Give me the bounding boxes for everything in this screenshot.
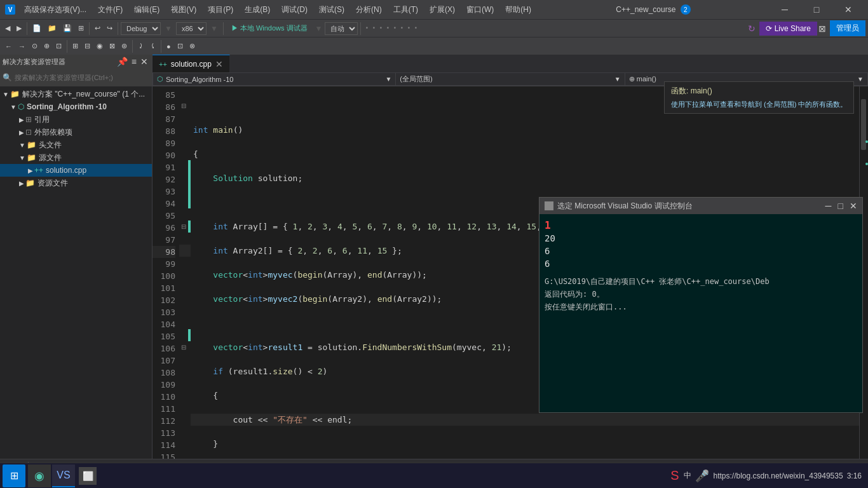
forward-button[interactable]: ▶	[14, 23, 24, 34]
menu-analyze[interactable]: 分析(N)	[351, 3, 387, 17]
console-maximize-button[interactable]: □	[838, 201, 843, 211]
manage-button[interactable]: 管理员	[830, 20, 865, 36]
toolbar2-btn6[interactable]: ⊞	[70, 41, 81, 51]
sidebar-menu-button[interactable]: ≡	[130, 57, 138, 67]
tree-item-solution[interactable]: ▼ 📁 解决方案 "C++_new_course" (1 个...	[0, 88, 152, 100]
ref-icon: ⊞	[25, 115, 32, 124]
project-label: Sorting_Algorithm -10	[27, 102, 107, 111]
menu-view[interactable]: 视图(V)	[166, 3, 201, 17]
toolbar2-btn11[interactable]: ⤸	[135, 41, 146, 51]
scope-nav-bar[interactable]: (全局范围) ▼	[396, 72, 625, 86]
toolbar2-btn9[interactable]: ⊠	[107, 41, 118, 51]
toolbar2-btn12[interactable]: ⤹	[147, 41, 158, 51]
live-share-button[interactable]: ⟳ Live Share	[759, 22, 817, 36]
headers-label: 头文件	[39, 140, 62, 151]
cpp-file-icon: ++	[34, 166, 43, 175]
taskbar-ime[interactable]: 中	[684, 470, 691, 481]
title-bar: V 高级保存选项(V)... 文件(F) 编辑(E) 视图(V) 项目(P) 生…	[0, 0, 868, 19]
menu-project[interactable]: 项目(P)	[203, 3, 238, 17]
taskbar-item-1[interactable]: ◉	[28, 464, 51, 487]
save-button[interactable]: 💾	[60, 23, 74, 34]
window-title: C++_new_course 2	[536, 4, 770, 15]
tree-item-resources[interactable]: ▶ 📁 资源文件	[0, 177, 152, 189]
console-close-button[interactable]: ✕	[850, 201, 857, 211]
taskbar-time: 3:16	[847, 471, 862, 480]
run-debugger-button[interactable]: ▶ 本地 Windows 调试器	[226, 22, 313, 35]
toolbar2-btn8[interactable]: ◉	[94, 41, 105, 51]
redo-button[interactable]: ↪	[104, 23, 115, 34]
platform-dropdown[interactable]: x86	[176, 22, 207, 35]
toolbar2-btn7[interactable]: ⊟	[82, 41, 93, 51]
close-button[interactable]: ✕	[834, 0, 863, 19]
project-expand-arrow: ▼	[10, 104, 17, 111]
toolbar2-btn3[interactable]: ⊙	[29, 41, 40, 51]
menu-file[interactable]: 文件(F)	[93, 3, 128, 17]
taskbar-item-vs[interactable]: VS	[52, 464, 75, 487]
sources-icon: 📁	[27, 153, 36, 162]
tree-item-solution-cpp[interactable]: ▶ ++ solution.cpp	[0, 164, 152, 177]
tree-item-headers[interactable]: ▼ 📁 头文件	[0, 139, 152, 151]
file-label: solution.cpp	[46, 166, 86, 175]
taskbar-s-icon[interactable]: S	[670, 468, 679, 483]
console-title-bar[interactable]: 选定 Microsoft Visual Studio 调试控制台 ─ □ ✕	[539, 198, 862, 214]
start-button[interactable]: ⊞	[3, 464, 25, 487]
tab-close-button[interactable]: ✕	[215, 59, 223, 69]
open-file-button[interactable]: 📁	[45, 23, 59, 34]
debug-config-dropdown[interactable]: Debug	[121, 22, 161, 35]
toolbar2-bp1[interactable]: ●	[164, 41, 173, 51]
taskbar-item-2[interactable]: ⬜	[76, 464, 99, 487]
separator-1	[27, 22, 27, 35]
sidebar-header: 解决方案资源管理器 📌 ≡ ✕	[0, 55, 152, 69]
toolbar2-bp3[interactable]: ⊗	[187, 41, 198, 51]
title-bar-controls: ─ □ ✕	[770, 0, 863, 19]
attach-dropdown[interactable]: 自动	[325, 22, 358, 35]
toolbar2-btn5[interactable]: ⊡	[53, 41, 64, 51]
toolbar2-btn1[interactable]: ←	[3, 41, 15, 51]
console-minimize-button[interactable]: ─	[825, 201, 832, 211]
console-icon	[545, 201, 553, 210]
tab-cpp-icon: ++	[159, 60, 167, 68]
tree-item-sources[interactable]: ▼ 📁 源文件	[0, 151, 152, 164]
sidebar-search-input[interactable]	[15, 74, 149, 81]
maximize-button[interactable]: □	[802, 0, 831, 19]
menu-advanced-save[interactable]: 高级保存选项(V)...	[19, 3, 92, 17]
toolbar2-btn2[interactable]: →	[16, 41, 28, 51]
console-title-label: 选定 Microsoft Visual Studio 调试控制台	[557, 201, 822, 212]
menu-help[interactable]: 帮助(H)	[500, 3, 536, 17]
save-all-button[interactable]: ⊞	[76, 23, 86, 34]
taskbar-mic-icon[interactable]: 🎤	[695, 469, 709, 483]
collapse-86[interactable]: ⊟	[179, 100, 188, 112]
menu-extensions[interactable]: 扩展(X)	[424, 3, 460, 17]
tree-item-project[interactable]: ▼ ⬡ Sorting_Algorithm -10	[0, 100, 152, 113]
tree-item-references[interactable]: ▶ ⊞ 引用	[0, 113, 152, 126]
collapse-106[interactable]: ⊟	[179, 341, 188, 353]
code-line-88: Solution solution;	[191, 172, 859, 184]
tab-solution-cpp[interactable]: ++ solution.cpp ✕	[153, 55, 230, 72]
minimize-button[interactable]: ─	[770, 0, 799, 19]
code-line-86: int main()	[191, 124, 859, 136]
menu-window[interactable]: 窗口(W)	[461, 3, 499, 17]
pin-button[interactable]: 📌	[116, 57, 129, 67]
new-file-button[interactable]: 📄	[30, 23, 44, 34]
collapse-96[interactable]: ⊟	[179, 220, 188, 233]
ext-deps-icon: ⊡	[25, 128, 32, 137]
collapse-indicators: ⊟ ⊟ ⊟	[179, 86, 188, 459]
sources-label: 源文件	[39, 152, 62, 163]
toolbar2-bp2[interactable]: ⊡	[175, 41, 186, 51]
function-nav-arrow: ▼	[857, 76, 864, 83]
menu-build[interactable]: 生成(B)	[240, 3, 275, 17]
sidebar-close-button[interactable]: ✕	[139, 57, 149, 67]
tree-item-ext-deps[interactable]: ▶ ⊡ 外部依赖项	[0, 126, 152, 139]
menu-test[interactable]: 测试(S)	[314, 3, 349, 17]
undo-button[interactable]: ↩	[92, 23, 103, 34]
toolbar2-btn10[interactable]: ⊛	[119, 41, 130, 51]
menu-edit[interactable]: 编辑(E)	[129, 3, 165, 17]
taskbar-icon-2: ⬜	[79, 467, 97, 485]
toolbar2-btn4[interactable]: ⊕	[41, 41, 52, 51]
file-nav-bar[interactable]: ⬡ Sorting_Algorithm -10 ▼	[153, 72, 396, 86]
back-button[interactable]: ◀	[3, 23, 13, 34]
minimap-indicator-1	[865, 140, 868, 143]
menu-debug[interactable]: 调试(D)	[276, 3, 313, 17]
scope-nav-label: (全局范围)	[400, 74, 432, 84]
menu-tools[interactable]: 工具(T)	[388, 3, 423, 17]
